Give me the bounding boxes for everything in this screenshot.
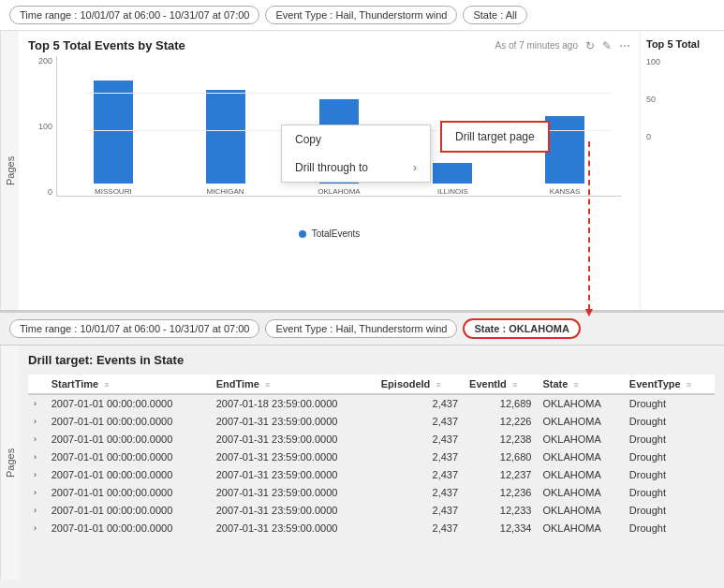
- cell-start-2: 2007-01-01 00:00:00.0000: [46, 431, 211, 448]
- cell-start-7: 2007-01-01 00:00:00.0000: [46, 520, 211, 537]
- y-label-100: 100: [38, 122, 52, 131]
- cell-start-5: 2007-01-01 00:00:00.0000: [46, 484, 211, 502]
- sort-icon-end: ≡: [265, 380, 270, 390]
- chart-meta: As of 7 minutes ago ↻ ✎ ⋯: [495, 39, 630, 52]
- pages-tab-chart[interactable]: Pages: [0, 31, 19, 310]
- bar-label-michigan: MICHIGAN: [207, 187, 244, 196]
- table-row: › 2007-01-01 00:00:00.0000 2007-01-31 23…: [28, 448, 715, 466]
- expand-btn-1[interactable]: ›: [28, 413, 46, 431]
- expand-btn-3[interactable]: ›: [28, 448, 46, 466]
- th-state[interactable]: State ≡: [537, 375, 623, 394]
- cell-type-6: Drought: [624, 502, 715, 520]
- state-chip-2[interactable]: State : OKLAHOMA: [463, 318, 580, 339]
- cell-event-2: 12,238: [464, 431, 537, 448]
- sort-icon-state: ≡: [573, 380, 578, 390]
- th-endtime[interactable]: EndTime ≡: [211, 375, 376, 394]
- expand-btn-6[interactable]: ›: [28, 502, 46, 520]
- table-row: › 2007-01-01 00:00:00.0000 2007-01-31 23…: [28, 413, 715, 431]
- data-table: StartTime ≡ EndTime ≡ EpisodeId ≡ EventI…: [28, 375, 715, 537]
- chart-legend: TotalEvents: [28, 228, 630, 239]
- cell-start-0: 2007-01-01 00:00:00.0000: [46, 394, 211, 413]
- th-eventtype[interactable]: EventType ≡: [624, 375, 715, 394]
- bar-label-oklahoma: OKLAHOMA: [318, 187, 360, 196]
- th-eventid[interactable]: EventId ≡: [464, 375, 537, 394]
- right-partial-chart: Top 5 Total 100 50 0: [640, 31, 724, 310]
- cell-event-3: 12,680: [464, 448, 537, 466]
- table-row: › 2007-01-01 00:00:00.0000 2007-01-31 23…: [28, 520, 715, 537]
- cell-end-6: 2007-01-31 23:59:00.0000: [211, 502, 376, 520]
- grid-line-200: [85, 93, 612, 94]
- more-icon[interactable]: ⋯: [619, 39, 630, 52]
- right-chart-title: Top 5 Total: [646, 38, 718, 50]
- legend-label: TotalEvents: [312, 228, 361, 239]
- cell-state-2: OKLAHOMA: [537, 431, 623, 448]
- edit-icon[interactable]: ✎: [602, 39, 612, 52]
- event-type-chip-2[interactable]: Event Type : Hail, Thunderstorm wind: [265, 319, 457, 338]
- cell-start-3: 2007-01-01 00:00:00.0000: [46, 448, 211, 466]
- cell-episode-1: 2,437: [376, 413, 464, 431]
- cell-state-3: OKLAHOMA: [537, 448, 623, 466]
- drill-label: Drill through to: [295, 161, 368, 174]
- table-row: › 2007-01-01 00:00:00.0000 2007-01-31 23…: [28, 502, 715, 520]
- drill-target-label: Drill target page: [455, 130, 535, 143]
- cell-end-5: 2007-01-31 23:59:00.0000: [211, 484, 376, 502]
- cell-type-2: Drought: [624, 431, 715, 448]
- refresh-icon[interactable]: ↻: [585, 39, 595, 52]
- cell-state-4: OKLAHOMA: [537, 466, 623, 484]
- chart-header: Top 5 Total Events by State As of 7 minu…: [28, 38, 630, 52]
- sort-icon-start: ≡: [104, 380, 109, 390]
- cell-event-1: 12,226: [464, 413, 537, 431]
- expand-btn-0[interactable]: ›: [28, 394, 46, 413]
- chart-content: Top 5 Total Events by State As of 7 minu…: [19, 31, 640, 310]
- context-menu-drill[interactable]: Drill through to ›: [282, 154, 430, 182]
- cell-end-4: 2007-01-31 23:59:00.0000: [211, 466, 376, 484]
- bar-label-kansas: KANSAS: [550, 187, 580, 196]
- cell-end-1: 2007-01-31 23:59:00.0000: [211, 413, 376, 431]
- time-range-chip[interactable]: Time range : 10/01/07 at 06:00 - 10/31/0…: [9, 6, 259, 24]
- context-menu-copy[interactable]: Copy: [282, 125, 430, 154]
- cell-event-0: 12,689: [464, 394, 537, 413]
- cell-episode-4: 2,437: [376, 466, 464, 484]
- table-head: StartTime ≡ EndTime ≡ EpisodeId ≡ EventI…: [28, 375, 715, 394]
- cell-type-5: Drought: [624, 484, 715, 502]
- y-label-200: 200: [38, 56, 52, 66]
- sort-icon-episode: ≡: [436, 380, 440, 390]
- th-starttime[interactable]: StartTime ≡: [46, 375, 211, 394]
- cell-type-7: Drought: [624, 520, 715, 537]
- cell-type-4: Drought: [624, 466, 715, 484]
- cell-episode-3: 2,437: [376, 448, 464, 466]
- bar-label-illinois: ILLINOIS: [437, 187, 468, 196]
- cell-start-4: 2007-01-01 00:00:00.0000: [46, 466, 211, 484]
- cell-event-5: 12,236: [464, 484, 537, 502]
- drill-target-popup[interactable]: Drill target page: [440, 121, 550, 153]
- expand-btn-2[interactable]: ›: [28, 431, 46, 448]
- bar-group-illinois[interactable]: ILLINOIS: [433, 163, 472, 196]
- expand-btn-7[interactable]: ›: [28, 520, 46, 537]
- cell-state-1: OKLAHOMA: [537, 413, 623, 431]
- time-range-chip-2[interactable]: Time range : 10/01/07 at 06:00 - 10/31/0…: [9, 319, 259, 338]
- table-row: › 2007-01-01 00:00:00.0000 2007-01-18 23…: [28, 394, 715, 413]
- cell-state-6: OKLAHOMA: [537, 502, 623, 520]
- th-episodeid[interactable]: EpisodeId ≡: [376, 375, 464, 394]
- cell-event-6: 12,233: [464, 502, 537, 520]
- cell-episode-5: 2,437: [376, 484, 464, 502]
- sort-icon-event: ≡: [512, 380, 517, 390]
- sort-icon-type: ≡: [687, 380, 691, 390]
- cell-event-7: 12,334: [464, 520, 537, 537]
- state-chip[interactable]: State : All: [463, 6, 526, 24]
- drill-through-arrow: [588, 141, 590, 310]
- bar-label-missouri: MISSOURI: [95, 187, 132, 196]
- pages-tab-table[interactable]: Pages: [0, 345, 19, 580]
- top-filter-bar: Time range : 10/01/07 at 06:00 - 10/31/0…: [0, 0, 724, 31]
- th-expand: [28, 375, 46, 394]
- expand-btn-4[interactable]: ›: [28, 466, 46, 484]
- cell-state-0: OKLAHOMA: [537, 394, 623, 413]
- table-section-title: Drill target: Events in State: [28, 353, 715, 367]
- cell-event-4: 12,237: [464, 466, 537, 484]
- cell-episode-2: 2,437: [376, 431, 464, 448]
- context-menu: Copy Drill through to ›: [281, 125, 431, 183]
- cell-start-6: 2007-01-01 00:00:00.0000: [46, 502, 211, 520]
- event-type-chip[interactable]: Event Type : Hail, Thunderstorm wind: [265, 6, 457, 24]
- expand-btn-5[interactable]: ›: [28, 484, 46, 502]
- chart-title: Top 5 Total Events by State: [28, 38, 185, 52]
